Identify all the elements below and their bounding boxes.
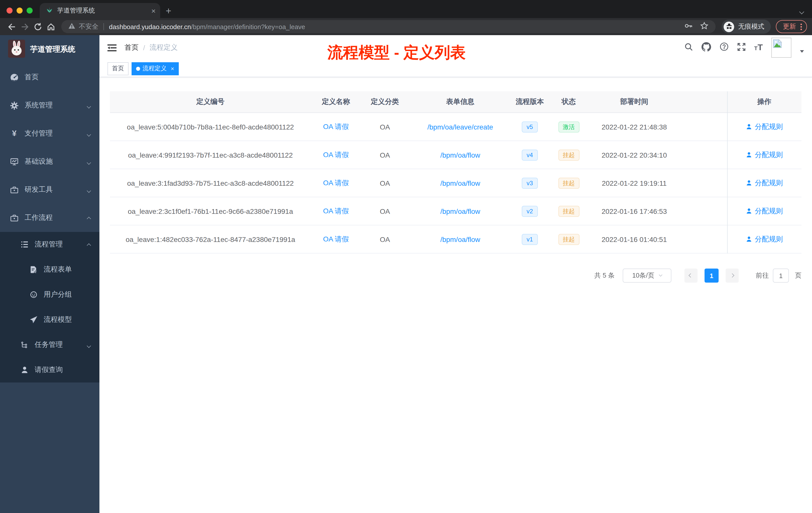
sidebar-item-system[interactable]: 系统管理 xyxy=(0,91,99,119)
next-page-button[interactable] xyxy=(726,269,739,282)
password-key-icon[interactable] xyxy=(685,22,693,32)
minimize-window-button[interactable] xyxy=(17,7,23,13)
avatar-caret-icon[interactable] xyxy=(800,50,804,53)
new-tab-button[interactable]: + xyxy=(166,6,171,16)
assign-rule-button[interactable]: 分配规则 xyxy=(746,207,783,216)
forward-icon[interactable] xyxy=(18,20,31,33)
table-row: oa_leave:4:991f2193-7b7f-11ec-a3c8-acde4… xyxy=(110,141,802,169)
chevron-down-icon xyxy=(659,273,662,277)
sidebar-item-label: 基础设施 xyxy=(25,157,53,166)
table-row: oa_leave:3:1fad3d93-7b75-11ec-a3c8-acde4… xyxy=(110,169,802,197)
close-window-button[interactable] xyxy=(6,7,12,13)
form-link[interactable]: /bpm/oa/flow xyxy=(409,179,512,187)
cell-category: OA xyxy=(361,123,409,131)
home-icon[interactable] xyxy=(44,20,57,33)
definition-name-link[interactable]: OA 请假 xyxy=(311,150,361,159)
form-link[interactable]: /bpm/oa/leave/create xyxy=(409,123,512,131)
sidebar-item-workflow[interactable]: 工作流程 xyxy=(0,204,99,232)
tag-process-definition[interactable]: 流程定义 × xyxy=(132,62,179,75)
sidebar-item-infra[interactable]: 基础设施 xyxy=(0,148,99,176)
definition-name-link[interactable]: OA 请假 xyxy=(311,122,361,131)
sidebar: 芋道管理系统 首页 系统管理 ¥ 支付管理 xyxy=(0,35,99,513)
incognito-label: 无痕模式 xyxy=(738,22,764,31)
definition-table: 定义编号 定义名称 定义分类 表单信息 流程版本 状态 部署时间 操作 oa_l… xyxy=(110,91,802,253)
security-warning-icon[interactable] xyxy=(68,23,75,31)
form-link[interactable]: /bpm/oa/flow xyxy=(409,207,512,215)
sidebar-item-task-mgmt[interactable]: 任务管理 xyxy=(0,332,99,357)
bookmark-star-icon[interactable] xyxy=(700,22,708,32)
person-icon xyxy=(746,208,752,214)
cell-version: v2 xyxy=(512,206,548,217)
page-url[interactable]: dashboard.yudao.iocoder.cn/bpm/manager/d… xyxy=(109,23,305,30)
sidebar-item-process-model[interactable]: 流程模型 xyxy=(0,307,99,332)
page-content: 定义编号 定义名称 定义分类 表单信息 流程版本 状态 部署时间 操作 oa_l… xyxy=(99,77,812,513)
chevron-down-icon xyxy=(87,129,90,138)
form-link[interactable]: /bpm/oa/flow xyxy=(409,151,512,159)
sidebar-item-label: 流程表单 xyxy=(44,265,72,274)
definition-name-link[interactable]: OA 请假 xyxy=(311,207,361,216)
search-icon[interactable] xyxy=(685,42,693,53)
sidebar-item-leave-query[interactable]: 请假查询 xyxy=(0,357,99,383)
form-link[interactable]: /bpm/oa/flow xyxy=(409,235,512,243)
zoom-window-button[interactable] xyxy=(27,7,33,13)
goto-page-input[interactable] xyxy=(773,269,789,282)
fullscreen-icon[interactable] xyxy=(737,42,746,53)
prev-page-button[interactable] xyxy=(685,269,697,282)
sidebar-item-user-group[interactable]: 用户分组 xyxy=(0,282,99,307)
active-dot xyxy=(136,66,140,70)
cell-category: OA xyxy=(361,151,409,159)
sidebar-item-devtools[interactable]: 研发工具 xyxy=(0,176,99,204)
sidebar-item-process-form[interactable]: 流程表单 xyxy=(0,257,99,282)
browser-update-button[interactable]: 更新 xyxy=(776,20,807,33)
tag-home[interactable]: 首页 xyxy=(108,62,128,75)
browser-tab[interactable]: 芋道管理系统 × xyxy=(40,3,160,18)
screenshot-stage: 芋道管理系统 × + 不安全 dashboard.yudao.iocoder.c… xyxy=(0,0,812,513)
help-question-icon[interactable] xyxy=(720,42,729,53)
favicon-plant-icon xyxy=(46,6,53,15)
assign-rule-button[interactable]: 分配规则 xyxy=(746,178,783,187)
cell-version: v1 xyxy=(512,234,548,245)
definition-name-link[interactable]: OA 请假 xyxy=(311,178,361,187)
page-size-value: 10条/页 xyxy=(632,271,654,280)
security-label[interactable]: 不安全 xyxy=(79,22,98,31)
cell-deploy-time: 2022-01-22 19:19:11 xyxy=(589,179,679,187)
chevron-down-icon xyxy=(87,158,90,165)
github-icon[interactable] xyxy=(701,42,711,54)
page-size-select[interactable]: 10条/页 xyxy=(623,269,671,282)
sidebar-item-home[interactable]: 首页 xyxy=(0,63,99,91)
font-size-icon[interactable]: TT xyxy=(754,43,763,53)
reload-icon[interactable] xyxy=(31,20,44,33)
person-icon xyxy=(20,366,29,374)
sidebar-item-label: 系统管理 xyxy=(25,101,53,110)
chevron-down-icon xyxy=(87,341,90,349)
page-number-current[interactable]: 1 xyxy=(704,269,719,282)
assign-rule-button[interactable]: 分配规则 xyxy=(746,122,783,131)
sidebar-item-process-mgmt[interactable]: 流程管理 xyxy=(0,232,99,257)
cell-deploy-time: 2022-01-16 01:40:51 xyxy=(589,235,679,243)
tag-close-icon[interactable]: × xyxy=(171,65,174,72)
breadcrumb-current: 流程定义 xyxy=(150,43,178,52)
app-title: 芋道管理系统 xyxy=(30,44,75,54)
breadcrumb-home[interactable]: 首页 xyxy=(124,43,139,52)
update-label[interactable]: 更新 xyxy=(783,22,796,31)
address-bar[interactable]: 不安全 dashboard.yudao.iocoder.cn/bpm/manag… xyxy=(61,20,716,33)
tag-label: 流程定义 xyxy=(143,64,167,73)
sidebar-collapse-icon[interactable] xyxy=(108,44,116,52)
cell-version: v4 xyxy=(512,149,548,160)
app-logo[interactable]: 芋道管理系统 xyxy=(0,35,99,63)
assign-rule-button[interactable]: 分配规则 xyxy=(746,235,783,244)
tab-strip: 芋道管理系统 × + xyxy=(0,0,812,18)
cell-status: 挂起 xyxy=(548,234,589,245)
chevron-up-icon xyxy=(87,214,90,222)
browser-menu-icon[interactable] xyxy=(801,23,802,30)
definition-name-link[interactable]: OA 请假 xyxy=(311,235,361,244)
cell-category: OA xyxy=(361,207,409,215)
tab-search-chevron-icon[interactable] xyxy=(800,6,804,16)
tab-close-icon[interactable]: × xyxy=(151,7,156,14)
back-icon[interactable] xyxy=(5,20,18,33)
assign-rule-button[interactable]: 分配规则 xyxy=(746,150,783,159)
sidebar-item-payment[interactable]: ¥ 支付管理 xyxy=(0,119,99,148)
user-avatar[interactable] xyxy=(771,38,791,58)
sidebar-item-label: 支付管理 xyxy=(25,129,53,138)
paper-plane-icon xyxy=(29,315,38,324)
